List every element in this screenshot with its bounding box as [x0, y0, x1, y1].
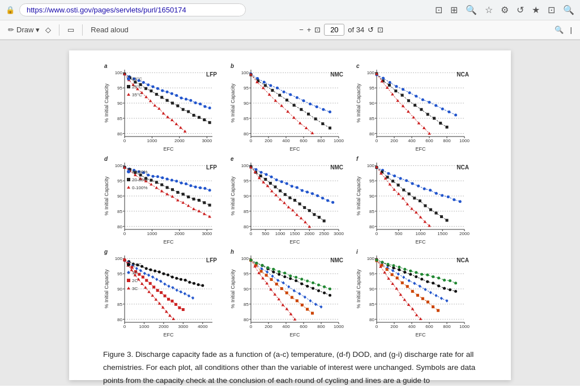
toolbar: ✏ Draw ▾ ◇ ▭ Read aloud − + ⊡ of 34 ↺ ⊡ …: [0, 20, 580, 40]
tab-icon[interactable]: ⊡: [435, 5, 442, 15]
chart-a: [103, 62, 225, 152]
grid-icon[interactable]: ⊞: [450, 5, 458, 15]
charts-grid: [103, 62, 477, 338]
chart-h: [229, 248, 351, 338]
chart-f: [355, 155, 477, 245]
chart-e: [229, 155, 351, 245]
content-area: Figure 3. Discharge capacity fade as a f…: [0, 40, 580, 386]
read-aloud-label: Read aloud: [91, 25, 129, 34]
search-icon[interactable]: 🔍: [563, 5, 574, 15]
fit-icon[interactable]: ⊡: [314, 25, 321, 34]
more-icon[interactable]: |: [570, 25, 572, 34]
chart-c: [355, 62, 477, 152]
chart-g: [103, 248, 225, 338]
browser-chrome: 🔒 https://www.osti.gov/pages/servlets/pu…: [0, 0, 580, 40]
separator-2: [82, 24, 83, 36]
search-pdf-icon[interactable]: 🔍: [555, 25, 564, 34]
share-icon[interactable]: ⊡: [548, 5, 555, 15]
draw-icon: ✏: [8, 25, 14, 34]
chart-b: [229, 62, 351, 152]
lock-icon: 🔒: [6, 6, 15, 14]
zoom-out-button[interactable]: −: [299, 25, 304, 34]
address-bar: 🔒 https://www.osti.gov/pages/servlets/pu…: [0, 0, 580, 20]
figure-caption: Figure 3. Discharge capacity fade as a f…: [103, 348, 477, 386]
page-view-icon[interactable]: ⊡: [377, 25, 383, 34]
draw-label: Draw: [16, 25, 33, 34]
zoom-icon[interactable]: 🔍: [466, 5, 477, 15]
refresh-icon[interactable]: ↺: [517, 5, 524, 15]
page-content: Figure 3. Discharge capacity fade as a f…: [69, 50, 511, 380]
settings-icon[interactable]: ⚙: [501, 5, 509, 15]
chart-d: [103, 155, 225, 245]
star-icon[interactable]: ☆: [485, 5, 493, 15]
draw-button[interactable]: ✏ Draw ▾: [8, 25, 40, 34]
page-controls: − + ⊡ of 34 ↺ ⊡: [299, 24, 383, 36]
eraser-icon[interactable]: ◇: [45, 25, 51, 34]
rotate-icon[interactable]: ↺: [368, 25, 374, 34]
text-icon[interactable]: ▭: [67, 25, 74, 34]
page-number-input[interactable]: [324, 24, 344, 36]
separator-1: [59, 24, 59, 36]
read-aloud-button[interactable]: Read aloud: [91, 25, 129, 34]
chart-i: [355, 248, 477, 338]
zoom-in-button[interactable]: +: [307, 25, 312, 34]
draw-chevron: ▾: [36, 25, 40, 34]
caption-text: Figure 3. Discharge capacity fade as a f…: [103, 350, 475, 385]
address-url[interactable]: https://www.osti.gov/pages/servlets/purl…: [19, 3, 246, 16]
fav-icon[interactable]: ★: [532, 5, 540, 15]
page-of: of 34: [348, 25, 364, 34]
browser-icons: ⊡ ⊞ 🔍 ☆ ⚙ ↺ ★ ⊡ 🔍: [435, 5, 574, 15]
